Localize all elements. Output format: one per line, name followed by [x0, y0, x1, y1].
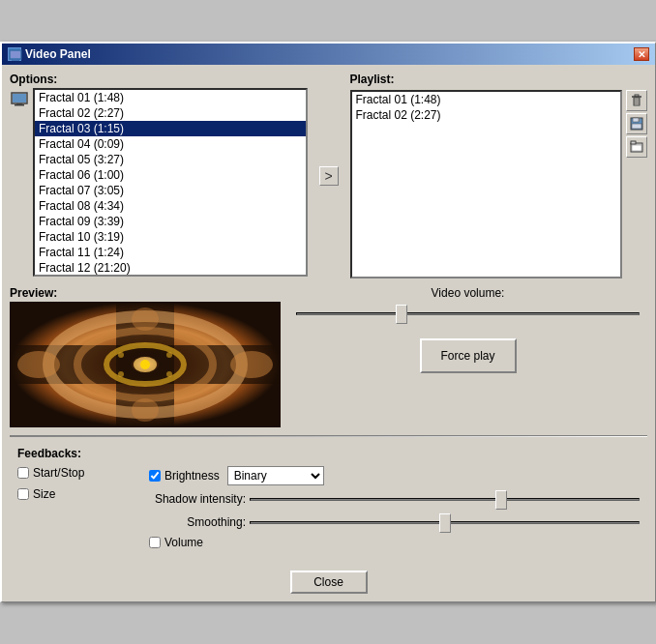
svg-rect-3: [12, 60, 19, 61]
start-stop-item: Start/Stop: [17, 466, 134, 480]
svg-point-37: [166, 371, 172, 377]
volume-checkbox[interactable]: [149, 537, 161, 548]
options-list-item[interactable]: Fractal 01 (1:48): [35, 90, 306, 105]
monitor-icon: [10, 90, 29, 112]
svg-rect-5: [13, 94, 26, 102]
playlist-container: Fractal 01 (1:48)Fractal 02 (2:27): [350, 90, 648, 278]
options-list-item[interactable]: Fractal 12 (21:20): [35, 260, 306, 276]
window-content: Options: Fractal 01 (1:48)Fractal 02 (2:…: [2, 65, 655, 563]
middle-section: Preview:: [10, 286, 647, 427]
options-label: Options:: [10, 73, 308, 86]
video-panel-window: Video Panel ✕ Options:: [0, 42, 656, 602]
options-list-item[interactable]: Fractal 10 (3:19): [35, 229, 306, 245]
svg-point-35: [166, 352, 172, 358]
options-panel: Options: Fractal 01 (1:48)Fractal 02 (2:…: [10, 73, 308, 278]
svg-point-30: [230, 351, 273, 378]
shadow-intensity-row: Shadow intensity:: [149, 489, 640, 509]
title-bar-left: Video Panel: [8, 47, 91, 61]
playlist-listbox[interactable]: Fractal 01 (1:48)Fractal 02 (2:27): [350, 90, 623, 278]
options-list-item[interactable]: Fractal 04 (0:09): [35, 136, 306, 152]
start-stop-checkbox[interactable]: [17, 467, 29, 479]
svg-rect-1: [11, 51, 20, 58]
svg-point-32: [132, 398, 159, 422]
options-list-item[interactable]: Fractal 03 (1:15): [35, 121, 306, 136]
svg-point-33: [140, 360, 150, 369]
size-item: Size: [17, 487, 134, 501]
svg-rect-7: [15, 104, 24, 106]
playlist-load-button[interactable]: [626, 136, 647, 158]
svg-point-36: [118, 371, 124, 377]
playlist-panel: Playlist: Fractal 01 (1:48)Fractal 02 (2…: [350, 73, 648, 278]
add-to-playlist-button[interactable]: >: [319, 166, 339, 186]
volume-item: Volume: [149, 536, 640, 549]
svg-rect-20: [632, 145, 641, 151]
feedbacks-right: Brightness Binary Linear Logarithmic Sha…: [149, 466, 640, 549]
options-list-item[interactable]: Fractal 06 (1:00): [35, 167, 306, 183]
force-play-button[interactable]: Force play: [420, 338, 517, 373]
playlist-save-button[interactable]: [626, 113, 647, 134]
options-list-item[interactable]: Fractal 05 (3:27): [35, 152, 306, 167]
feedbacks-content: Start/Stop Size Brightness: [17, 466, 640, 549]
brightness-item: Brightness: [149, 469, 220, 483]
playlist-list-item[interactable]: Fractal 01 (1:48): [352, 92, 621, 107]
options-list-item[interactable]: Fractal 09 (3:39): [35, 214, 306, 229]
playlist-trash-button[interactable]: [626, 90, 647, 111]
svg-point-31: [132, 307, 159, 331]
window-title: Video Panel: [25, 47, 91, 61]
top-section: Options: Fractal 01 (1:48)Fractal 02 (2:…: [10, 73, 647, 278]
close-button[interactable]: Close: [290, 571, 368, 594]
feedbacks-title: Feedbacks:: [17, 447, 640, 460]
volume-label-fb: Volume: [164, 536, 203, 549]
preview-label: Preview:: [10, 286, 281, 300]
shadow-intensity-label: Shadow intensity:: [149, 492, 246, 506]
svg-point-34: [118, 352, 124, 358]
svg-rect-2: [13, 59, 18, 60]
svg-rect-15: [633, 118, 639, 122]
window-icon: [8, 47, 21, 61]
options-list-item[interactable]: Fractal 08 (4:34): [35, 198, 306, 214]
playlist-header: Playlist:: [350, 73, 648, 88]
svg-rect-16: [632, 124, 641, 129]
shadow-intensity-slider[interactable]: [250, 489, 640, 509]
svg-rect-17: [639, 119, 641, 122]
svg-rect-6: [16, 103, 22, 104]
window-close-button[interactable]: ✕: [634, 47, 649, 61]
volume-section: Video volume:: [288, 286, 647, 323]
playlist-list-item[interactable]: Fractal 02 (2:27): [352, 107, 621, 123]
volume-slider-container: [288, 304, 647, 323]
title-bar: Video Panel ✕: [2, 44, 655, 65]
smoothing-slider[interactable]: [250, 512, 640, 532]
options-container: Fractal 01 (1:48)Fractal 02 (2:27)Fracta…: [10, 88, 308, 277]
options-list-item[interactable]: Landscapes 01 (8:32): [35, 276, 306, 277]
volume-slider[interactable]: [296, 304, 640, 323]
playlist-label: Playlist:: [350, 73, 395, 86]
svg-rect-19: [631, 141, 636, 144]
svg-point-29: [17, 351, 60, 378]
controls-panel: Video volume: Force play: [288, 286, 647, 427]
volume-label: Video volume:: [288, 286, 647, 300]
size-label: Size: [33, 487, 55, 501]
preview-image: [10, 302, 281, 427]
brightness-row: Brightness Binary Linear Logarithmic: [149, 466, 640, 485]
brightness-label: Brightness: [164, 469, 220, 483]
smoothing-label: Smoothing:: [149, 515, 246, 529]
preview-panel: Preview:: [10, 286, 281, 427]
bottom-bar: Close: [2, 563, 655, 601]
feedbacks-left: Start/Stop Size: [17, 466, 134, 549]
svg-rect-10: [635, 95, 639, 97]
smoothing-row: Smoothing:: [149, 512, 640, 532]
start-stop-label: Start/Stop: [33, 466, 84, 480]
options-list-item[interactable]: Fractal 02 (2:27): [35, 105, 306, 121]
options-list-item[interactable]: Fractal 11 (1:24): [35, 245, 306, 260]
feedbacks-section: Feedbacks: Start/Stop Size: [10, 441, 647, 555]
size-checkbox[interactable]: [17, 488, 29, 500]
brightness-mode-select[interactable]: Binary Linear Logarithmic: [227, 466, 324, 485]
options-list-item[interactable]: Fractal 07 (3:05): [35, 183, 306, 198]
separator: [10, 435, 647, 437]
options-listbox[interactable]: Fractal 01 (1:48)Fractal 02 (2:27)Fracta…: [33, 88, 308, 277]
playlist-icons: [626, 90, 647, 278]
brightness-checkbox[interactable]: [149, 470, 161, 482]
